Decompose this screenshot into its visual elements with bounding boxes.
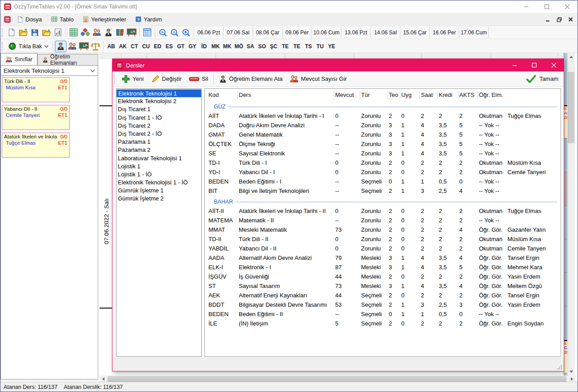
window-maximize-button[interactable]: [536, 0, 557, 13]
zoom-out-icon[interactable]: [157, 27, 169, 38]
subject-filter-1[interactable]: AK: [117, 41, 129, 52]
menu-tablo[interactable]: Tablo: [46, 14, 78, 25]
exam-date-button-2[interactable]: 08.06 Çar: [253, 27, 283, 38]
timetable-icon[interactable]: [68, 27, 79, 38]
subject-filter-15[interactable]: TE: [279, 41, 291, 52]
subject-filter-0[interactable]: AB: [105, 41, 117, 52]
resize-grip-icon[interactable]: [557, 364, 562, 370]
col-ogr-elm[interactable]: Öğr. Elm.: [478, 91, 561, 99]
scroll-down-icon[interactable]: [567, 368, 575, 375]
course-row[interactable]: AADAAlternatif Akım Devre Analizi79Mesle…: [208, 253, 561, 263]
subject-filter-18[interactable]: TU: [314, 41, 326, 52]
course-row[interactable]: TD-IITürk Dili - II0Zorunlu20222OkutmanM…: [208, 234, 561, 244]
unassigned-course-card[interactable]: Türk Dili - II0/0Müslüm KısaET1: [2, 77, 70, 102]
department-list-item[interactable]: Elektronik Teknolojisi 1 - İÖ: [116, 179, 201, 187]
horizontal-scroll-thumb[interactable]: [108, 376, 566, 382]
department-list-item[interactable]: Dış Ticaret 1 - İÖ: [116, 114, 201, 122]
course-row[interactable]: STSayısal Tasarım73Mesleki3143,54Öğr. Gö…: [208, 281, 561, 291]
zoom-in-icon[interactable]: [180, 27, 192, 38]
yeni-button[interactable]: Yeni: [118, 73, 147, 85]
new-file-icon[interactable]: [6, 27, 17, 38]
course-row[interactable]: AEKAlternatif Enerji Kaynakları44Seçmeli…: [208, 291, 561, 300]
col-uyg[interactable]: Uyg: [400, 91, 420, 99]
col-saat[interactable]: Saat: [420, 91, 438, 99]
tab-siniflar[interactable]: Sınıflar: [0, 53, 37, 65]
save-as-icon[interactable]: [41, 27, 52, 38]
department-list-item[interactable]: Elektronik Teknolojisi 1: [116, 89, 201, 97]
department-list-item[interactable]: Gümrük İşletme 2: [116, 195, 201, 203]
class-select-dropdown[interactable]: Elektronik Teknolojisi 1: [0, 65, 98, 76]
course-row[interactable]: BITBilgi ve İletişim Teknolojileri--Seçm…: [208, 186, 561, 196]
unassigned-course-list[interactable]: Türk Dili - II0/0Müslüm KısaET1Yabancı D…: [0, 76, 98, 379]
mevcut-sayisi-gir-button[interactable]: Mevcut Sayısı Gir: [286, 73, 350, 85]
course-row[interactable]: ÖLÇTEKÖlçme Tekniği--Zorunlu3143,55-- Yo…: [208, 139, 561, 149]
subject-filter-7[interactable]: GY: [187, 41, 198, 52]
department-list-item[interactable]: Laboratuvar Teknolojisi 1: [116, 154, 201, 163]
subject-filter-11[interactable]: MÖ: [233, 41, 245, 52]
degistir-button[interactable]: Değiştir: [147, 73, 185, 85]
department-list-item[interactable]: Gümrük İşletme 1: [116, 187, 201, 195]
toolbar-grip[interactable]: [114, 75, 116, 83]
books-icon[interactable]: [114, 27, 126, 38]
course-row[interactable]: ELK-IElektronik - I87Mesleki3143,55Öğr. …: [208, 263, 561, 272]
subject-filter-10[interactable]: MK: [221, 41, 233, 52]
teacher-icon[interactable]: [103, 27, 114, 38]
shapes-icon[interactable]: [79, 27, 91, 38]
col-akts[interactable]: AKTS: [458, 91, 478, 99]
scroll-up-icon[interactable]: [567, 53, 575, 61]
vertical-scrollbar[interactable]: [567, 53, 575, 375]
sil-button[interactable]: Sil: [185, 73, 212, 85]
col-kredi[interactable]: Kredi: [438, 91, 458, 99]
col-teo[interactable]: Teo: [388, 91, 400, 99]
menu-dosya[interactable]: Dosya: [12, 14, 46, 25]
exam-date-button-9[interactable]: 17.06 Cum: [459, 27, 489, 38]
course-row[interactable]: MATEMAMatematik - II--Zorunlu20222-- Yok…: [208, 216, 561, 225]
exam-date-button-4[interactable]: 10.06 Cum: [312, 27, 341, 38]
tamam-button[interactable]: Tamam: [526, 75, 564, 83]
report-icon[interactable]: [52, 27, 64, 38]
subject-filter-9[interactable]: MK: [210, 41, 221, 52]
subject-filter-2[interactable]: CT: [129, 41, 140, 52]
department-list-item[interactable]: Dış Ticaret 2 - İÖ: [116, 130, 201, 138]
course-row[interactable]: MMATMesleki Matematik73Zorunlu20224Öğr. …: [208, 225, 561, 234]
course-row[interactable]: AİİTAtatürk İlkeleri ve İnkılap Tarihi -…: [208, 111, 561, 121]
zoom-reset-icon[interactable]: 10: [169, 27, 180, 38]
dialog-minimize-button[interactable]: [505, 59, 524, 71]
vertical-scroll-thumb[interactable]: [568, 72, 574, 143]
view-students-button students-icon[interactable]: [67, 41, 78, 52]
subject-filter-4[interactable]: ED: [152, 41, 163, 52]
department-list[interactable]: Elektronik Teknolojisi 1Elektronik Tekno…: [116, 88, 202, 357]
subject-filter-12[interactable]: SA: [245, 41, 256, 52]
chalkboard-icon[interactable]: 12: [126, 27, 137, 38]
dialog-maximize-button[interactable]: [524, 59, 544, 71]
unassigned-course-card[interactable]: Yabancı Dil - II0/0Cemile TanyeriET1: [2, 105, 70, 130]
mdi-minimize-button[interactable]: [545, 17, 550, 22]
exam-date-button-7[interactable]: 15.06 Çar: [400, 27, 430, 38]
subject-filter-3[interactable]: CU: [140, 41, 152, 52]
course-row[interactable]: DADADoğru Akım Devre Analizi--Zorunlu314…: [208, 121, 561, 130]
col-tur[interactable]: Tür: [360, 91, 388, 99]
exam-date-button-5[interactable]: 13.06 Pzt: [341, 27, 371, 38]
subject-filter-6[interactable]: GT: [175, 41, 187, 52]
subject-filter-8[interactable]: İD: [198, 41, 210, 52]
exam-date-button-3[interactable]: 09.06 Per: [283, 27, 312, 38]
subject-filter-5[interactable]: ES: [163, 41, 175, 52]
toolbar-grip[interactable]: [2, 28, 4, 37]
mdi-restore-button[interactable]: [557, 17, 562, 22]
department-list-item[interactable]: Lojistik 1: [116, 163, 201, 171]
course-row[interactable]: BEDENBeden Eğitimi - II--Seçmeli0110,50-…: [208, 309, 561, 319]
department-list-item[interactable]: Lojistik 1 - İÖ: [116, 171, 201, 179]
exam-date-button-8[interactable]: 16.06 Per: [430, 27, 459, 38]
course-row[interactable]: İLE(İN) İletişim5Seçmeli20222Öğr. Gör.En…: [208, 319, 561, 328]
course-row[interactable]: AİİT-IIAtatürk İlkeleri ve İnkılap Tarih…: [208, 206, 561, 216]
window-close-button[interactable]: [557, 0, 578, 13]
ogretim-elemani-ata-button[interactable]: Öğretim Elemanı Ata: [216, 73, 286, 85]
view-teachers-button teacher-icon[interactable]: [55, 41, 67, 52]
calendar-grid-icon[interactable]: [141, 27, 153, 38]
course-row[interactable]: YABDİLYabancı Dil - II0Zorunlu20222Okutm…: [208, 244, 561, 253]
view-classrooms-button chalkboard-icon[interactable]: 12: [78, 41, 90, 52]
department-list-item[interactable]: Pazarlama 2: [116, 146, 201, 154]
subject-filter-14[interactable]: ŞC: [268, 41, 279, 52]
window-minimize-button[interactable]: [516, 0, 536, 13]
exam-date-button-6[interactable]: 14.06 Sal: [371, 27, 400, 38]
